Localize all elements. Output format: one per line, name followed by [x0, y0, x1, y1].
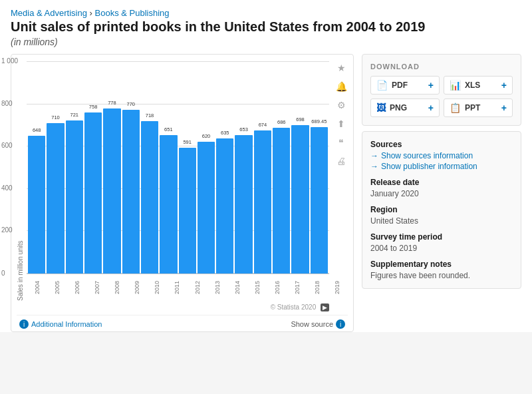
pdf-btn-label: 📄 PDF — [376, 80, 408, 91]
y-tick-1000: 1 000 — [1, 57, 18, 65]
show-source-link[interactable]: Show source i — [291, 319, 345, 329]
bar[interactable]: 758 — [84, 112, 102, 274]
alert-icon[interactable]: 🔔 — [334, 80, 348, 93]
bar[interactable]: 698 — [291, 125, 309, 274]
png-icon: 🖼 — [376, 102, 386, 113]
info-box: Sources Show sources information Show pu… — [362, 131, 521, 289]
bar-group: 721 — [66, 61, 83, 274]
ppt-btn-label: 📋 PPT — [450, 102, 480, 113]
bar[interactable]: 689.45 — [311, 127, 328, 274]
y-tick-600: 600 — [1, 142, 13, 149]
png-download-btn[interactable]: 🖼 PNG + — [370, 98, 440, 117]
x-label: 2010 — [148, 274, 166, 301]
y-tick-400: 400 — [1, 184, 13, 192]
bar[interactable]: 718 — [141, 121, 158, 274]
breadcrumb-part2[interactable]: Books & Publishing — [95, 8, 170, 18]
bookmark-icon[interactable]: ★ — [334, 61, 348, 75]
copyright-text: © Statista 2020 ▶ — [17, 301, 348, 312]
pdf-plus-icon: + — [428, 80, 434, 91]
ppt-label: PPT — [465, 103, 480, 112]
bar-value-label: 689.45 — [311, 118, 327, 124]
xls-label: XLS — [465, 81, 480, 90]
chart-inner: 1 000 800 600 400 200 0 6487107217587787… — [27, 61, 348, 301]
y-tick-800: 800 — [1, 100, 13, 107]
bar-value-label: 778 — [108, 100, 116, 106]
show-source-label: Show source — [291, 320, 333, 328]
x-label: 2013 — [208, 274, 227, 301]
y-tick-0: 0 — [1, 270, 5, 277]
x-label: 2017 — [288, 274, 307, 301]
supplementary-section: Supplementary notes Figures have been ro… — [370, 260, 513, 280]
settings-icon[interactable]: ⚙ — [334, 98, 348, 112]
png-btn-label: 🖼 PNG — [376, 102, 407, 113]
xls-plus-icon: + — [501, 80, 507, 91]
share-icon[interactable]: ⬆ — [334, 117, 348, 130]
x-label: 2019 — [328, 274, 346, 301]
sources-section: Sources Show sources information Show pu… — [370, 140, 513, 171]
survey-period-value: 2004 to 2019 — [370, 244, 513, 253]
show-publisher-link[interactable]: Show publisher information — [370, 162, 513, 171]
x-label: 2016 — [268, 274, 287, 301]
quote-icon[interactable]: ❝ — [334, 136, 348, 149]
chart-wrapper: Sales in million units 1 000 800 600 400… — [17, 61, 348, 301]
bar[interactable]: 686 — [273, 128, 290, 274]
bar-value-label: 770 — [126, 101, 135, 107]
y-tick-200: 200 — [1, 226, 13, 234]
chart-area: ★ 🔔 ⚙ ⬆ ❝ 🖨 Sales in million units 1 000… — [11, 54, 354, 332]
bar-value-label: 653 — [239, 126, 248, 132]
breadcrumb-part1[interactable]: Media & Advertising — [11, 8, 87, 18]
bar-value-label: 718 — [146, 112, 154, 118]
bar-value-label: 721 — [70, 112, 79, 118]
survey-period-section: Survey time period 2004 to 2019 — [370, 232, 513, 253]
bar[interactable]: 635 — [216, 138, 233, 274]
bar[interactable]: 770 — [122, 110, 140, 274]
bar-group: 653 — [235, 61, 252, 274]
release-date-label: Release date — [370, 178, 513, 187]
bar-value-label: 686 — [277, 119, 286, 125]
region-value: United States — [370, 216, 513, 226]
release-date-section: Release date January 2020 — [370, 178, 513, 198]
bar-group: 686 — [273, 61, 290, 274]
bars-container: 6487107217587787707186515916206356536746… — [27, 61, 329, 274]
info-circle-icon: i — [19, 319, 29, 329]
bar-group: 674 — [254, 61, 271, 274]
x-label: 2012 — [188, 274, 207, 301]
bar-group: 770 — [122, 61, 140, 274]
bar[interactable]: 778 — [103, 108, 120, 274]
bar[interactable]: 674 — [254, 130, 271, 274]
page-container: Media & Advertising › Books & Publishing… — [0, 0, 532, 332]
bar-value-label: 758 — [89, 104, 98, 110]
region-section: Region United States — [370, 205, 513, 226]
sources-label: Sources — [370, 140, 513, 149]
additional-info-link[interactable]: i Additional Information — [19, 319, 102, 329]
bar[interactable]: 721 — [66, 120, 83, 274]
sidebar: DOWNLOAD 📄 PDF + 📊 XLS + — [362, 54, 521, 332]
bar-group: 710 — [47, 61, 64, 274]
x-label: 2018 — [308, 274, 327, 301]
png-plus-icon: + — [428, 102, 434, 113]
x-label: 2008 — [108, 274, 126, 301]
show-sources-link[interactable]: Show sources information — [370, 151, 513, 160]
download-grid: 📄 PDF + 📊 XLS + 🖼 — [370, 76, 513, 117]
xls-download-btn[interactable]: 📊 XLS + — [444, 76, 513, 95]
supplementary-label: Supplementary notes — [370, 260, 513, 269]
bar[interactable]: 648 — [28, 136, 45, 274]
bar[interactable]: 710 — [47, 123, 64, 274]
bar-value-label: 620 — [202, 133, 211, 139]
bar-group: 698 — [291, 61, 309, 274]
bar-group: 620 — [198, 61, 215, 274]
x-label: 2015 — [248, 274, 267, 301]
bar[interactable]: 651 — [160, 135, 177, 274]
pdf-download-btn[interactable]: 📄 PDF + — [370, 76, 440, 95]
bar-group: 635 — [216, 61, 233, 274]
bar-value-label: 651 — [164, 126, 173, 132]
print-icon[interactable]: 🖨 — [334, 154, 348, 168]
bar[interactable]: 620 — [198, 142, 215, 274]
ppt-download-btn[interactable]: 📋 PPT + — [444, 98, 513, 117]
x-label: 2014 — [228, 274, 247, 301]
bar-group: 689.45 — [311, 61, 328, 274]
bar[interactable]: 653 — [235, 135, 252, 274]
breadcrumb-separator: › — [90, 8, 92, 18]
x-label: 2011 — [168, 274, 186, 301]
bar[interactable]: 591 — [179, 148, 196, 274]
